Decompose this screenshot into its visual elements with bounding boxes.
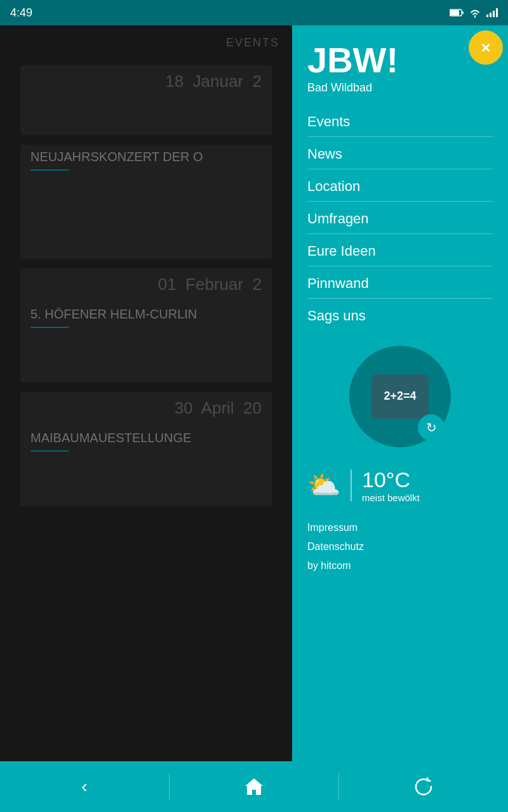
svg-rect-5 bbox=[493, 11, 495, 17]
back-icon: ‹ bbox=[81, 776, 87, 797]
menu-item-news[interactable]: News bbox=[307, 137, 493, 169]
menu-item-eure-ideen[interactable]: Eure Ideen bbox=[307, 234, 493, 266]
quiz-widget[interactable]: 2+2=4 ↻ bbox=[349, 346, 451, 447]
status-icons bbox=[450, 8, 498, 18]
quiz-text: 2+2=4 bbox=[384, 390, 416, 403]
menu-item-location[interactable]: Location bbox=[307, 169, 493, 202]
footer-links: Impressum Datenschutz by hitcom bbox=[292, 513, 508, 586]
wifi-icon bbox=[469, 8, 481, 18]
menu-logo-title: JBW! bbox=[307, 41, 493, 80]
refresh-icon bbox=[414, 777, 433, 796]
weather-divider bbox=[351, 469, 352, 501]
footer-link-impressum[interactable]: Impressum bbox=[307, 518, 493, 537]
footer-link-datenschutz[interactable]: Datenschutz bbox=[307, 537, 493, 556]
weather-description: meist bewölkt bbox=[362, 492, 420, 503]
quiz-refresh-icon: ↻ bbox=[426, 420, 437, 435]
dim-overlay bbox=[0, 25, 292, 761]
nav-back-button[interactable]: ‹ bbox=[0, 761, 169, 812]
close-icon: × bbox=[481, 39, 490, 56]
weather-icon: ⛅ bbox=[307, 469, 340, 501]
status-time: 4:49 bbox=[10, 6, 32, 20]
status-bar: 4:49 bbox=[0, 0, 508, 25]
quiz-refresh-button[interactable]: ↻ bbox=[418, 414, 444, 441]
battery-icon bbox=[450, 9, 464, 16]
svg-rect-4 bbox=[490, 13, 491, 17]
svg-rect-6 bbox=[496, 8, 498, 17]
svg-rect-3 bbox=[486, 15, 488, 17]
svg-rect-2 bbox=[462, 11, 464, 14]
footer-link-hitcom[interactable]: by hitcom bbox=[307, 556, 493, 575]
svg-rect-1 bbox=[450, 10, 459, 15]
nav-refresh-button[interactable] bbox=[339, 761, 508, 812]
bottom-nav: ‹ bbox=[0, 761, 508, 812]
menu-item-pinnwand[interactable]: Pinnwand bbox=[307, 266, 493, 299]
menu-item-sags-uns[interactable]: Sags uns bbox=[307, 299, 493, 331]
menu-item-umfragen[interactable]: Umfragen bbox=[307, 202, 493, 234]
menu-items-container: Events News Location Umfragen Eure Ideen… bbox=[292, 100, 508, 331]
weather-info: 10°C meist bewölkt bbox=[362, 468, 420, 503]
signal-icon bbox=[486, 8, 498, 17]
weather-temperature: 10°C bbox=[362, 468, 420, 492]
close-menu-button[interactable]: × bbox=[469, 30, 503, 65]
menu-logo-subtitle: Bad Wildbad bbox=[307, 81, 493, 95]
weather-section: ⛅ 10°C meist bewölkt bbox=[292, 462, 508, 513]
home-icon bbox=[244, 777, 264, 796]
quiz-widget-area: 2+2=4 ↻ bbox=[292, 331, 508, 462]
nav-home-button[interactable] bbox=[170, 761, 338, 812]
quiz-board: 2+2=4 bbox=[371, 374, 429, 419]
menu-panel: JBW! Bad Wildbad Events News Location Um… bbox=[292, 25, 508, 761]
menu-item-events[interactable]: Events bbox=[307, 105, 493, 137]
